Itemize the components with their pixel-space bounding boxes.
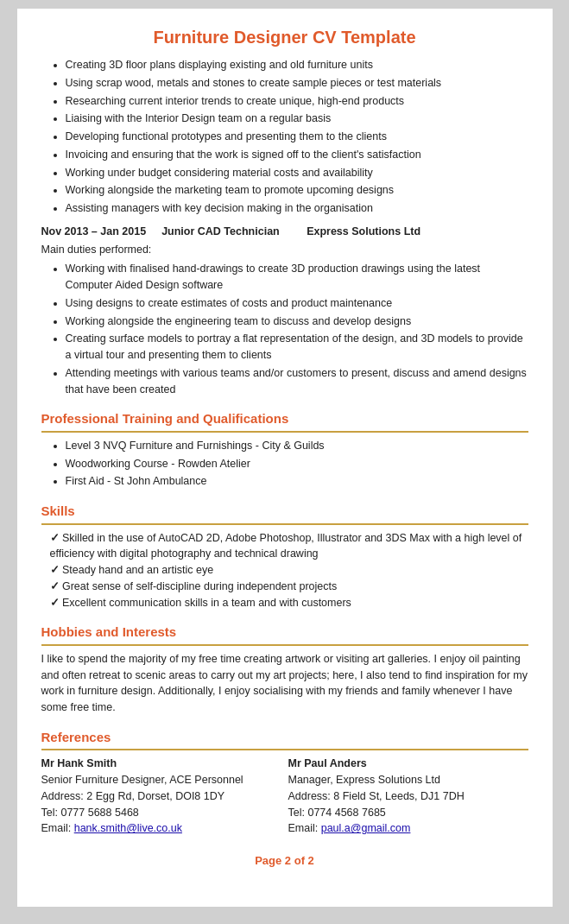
- ref1-address: Address: 2 Egg Rd, Dorset, DOI8 1DY: [41, 788, 281, 805]
- training-bullet-list: Level 3 NVQ Furniture and Furnishings - …: [66, 438, 528, 490]
- training-rule: [41, 431, 528, 433]
- page-footer: Page 2 of 2: [41, 852, 528, 870]
- cv-page: Furniture Designer CV Template Creating …: [17, 9, 553, 907]
- references-grid: Mr Hank Smith Senior Furniture Designer,…: [41, 756, 528, 837]
- list-item: Attending meetings with various teams an…: [66, 365, 528, 398]
- skills-list: Skilled in the use of AutoCAD 2D, Adobe …: [50, 530, 528, 611]
- list-item: Researching current interior trends to c…: [66, 93, 528, 110]
- hobbies-text: I like to spend the majority of my free …: [41, 651, 528, 716]
- ref2-email-link[interactable]: paul.a@gmail.com: [321, 822, 411, 834]
- job1-title: Junior CAD Technician: [161, 224, 291, 240]
- list-item: Invoicing and ensuring that the work is …: [66, 147, 528, 163]
- job1-company: Express Solutions Ltd: [307, 224, 420, 240]
- list-item: Liaising with the Interior Design team o…: [66, 111, 528, 127]
- ref2-block: Mr Paul Anders Manager, Express Solution…: [288, 756, 528, 837]
- list-item: Developing functional prototypes and pre…: [66, 129, 528, 145]
- list-item: Working with finalised hand-drawings to …: [66, 261, 528, 294]
- list-item: Using scrap wood, metals and stones to c…: [66, 75, 528, 92]
- ref2-role: Manager, Express Solutions Ltd: [288, 772, 528, 788]
- list-item: Steady hand and an artistic eye: [50, 562, 528, 579]
- training-heading: Professional Training and Qualifications: [41, 409, 528, 429]
- ref1-email-link[interactable]: hank.smith@live.co.uk: [74, 822, 182, 834]
- ref2-email-line: Email: paul.a@gmail.com: [288, 820, 528, 837]
- list-item: First Aid - St John Ambulance: [66, 473, 528, 490]
- hobbies-rule: [41, 644, 528, 646]
- references-rule: [41, 749, 528, 750]
- skills-heading: Skills: [41, 502, 528, 522]
- list-item: Great sense of self-discipline during in…: [50, 579, 528, 595]
- ref2-address: Address: 8 Field St, Leeds, DJ1 7DH: [288, 788, 528, 805]
- list-item: Skilled in the use of AutoCAD 2D, Adobe …: [50, 530, 528, 563]
- intro-bullet-list: Creating 3D floor plans displaying exist…: [66, 57, 528, 217]
- list-item: Woodworking Course - Rowden Atelier: [66, 456, 528, 472]
- list-item: Assisting managers with key decision mak…: [66, 200, 528, 217]
- list-item: Creating 3D floor plans displaying exist…: [66, 57, 528, 73]
- list-item: Using designs to create estimates of cos…: [66, 295, 528, 312]
- list-item: Level 3 NVQ Furniture and Furnishings - …: [66, 438, 528, 454]
- ref2-name: Mr Paul Anders: [288, 756, 528, 772]
- job1-intro: Main duties performed:: [41, 242, 528, 258]
- job1-dates: Nov 2013 – Jan 2015: [41, 224, 147, 240]
- ref1-tel: Tel: 0777 5688 5468: [41, 805, 281, 821]
- ref1-role: Senior Furniture Designer, ACE Personnel: [41, 772, 281, 788]
- job1-bullet-list: Working with finalised hand-drawings to …: [66, 261, 528, 397]
- ref1-name: Mr Hank Smith: [41, 756, 281, 772]
- list-item: Excellent communication skills in a team…: [50, 595, 528, 611]
- ref2-email-label: Email:: [288, 822, 321, 834]
- hobbies-heading: Hobbies and Interests: [41, 623, 528, 642]
- list-item: Working alongside the engineering team t…: [66, 313, 528, 330]
- list-item: Working under budget considering materia…: [66, 165, 528, 181]
- references-heading: References: [41, 728, 528, 748]
- ref1-email-line: Email: hank.smith@live.co.uk: [41, 820, 281, 837]
- ref1-block: Mr Hank Smith Senior Furniture Designer,…: [41, 756, 281, 837]
- list-item: Working alongside the marketing team to …: [66, 182, 528, 199]
- job1-header: Nov 2013 – Jan 2015 Junior CAD Technicia…: [41, 224, 528, 240]
- ref1-email-label: Email:: [41, 822, 74, 834]
- ref2-tel: Tel: 0774 4568 7685: [288, 805, 528, 821]
- list-item: Creating surface models to portray a fla…: [66, 331, 528, 364]
- page-title: Furniture Designer CV Template: [41, 24, 528, 50]
- skills-rule: [41, 523, 528, 525]
